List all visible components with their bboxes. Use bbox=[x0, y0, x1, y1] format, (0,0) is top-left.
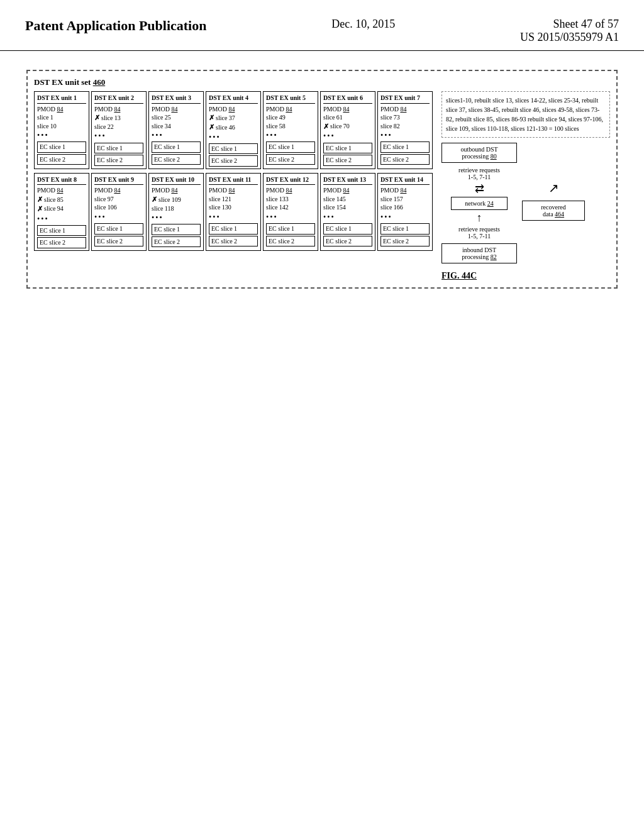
patent-number: US 2015/0355979 A1 bbox=[520, 31, 619, 44]
outbound-dst-box: outbound DSTprocessing 80 bbox=[441, 143, 517, 163]
dst-ex-unit-9: DST EX unit 9 PMOD 84 slice 97 slice 106… bbox=[91, 173, 147, 251]
retrieve-requests-label: retrieve requests1-5, 7-11 bbox=[458, 167, 500, 180]
top-units-row: DST EX unit 1 PMOD 84 slice 1 slice 10 •… bbox=[34, 91, 433, 169]
dst-ex-unit-2: DST EX unit 2 PMOD 84 ✗slice 13 slice 22… bbox=[91, 91, 147, 169]
network-box: network 24 bbox=[451, 197, 508, 210]
recovered-data-box: recovereddata 464 bbox=[522, 201, 585, 221]
bottom-units-row: DST EX unit 8 PMOD 84 ✗slice 85 ✗slice 9… bbox=[34, 173, 433, 251]
retrieve-arrows: retrieve requests1-5, 7-11 ⇄ network 24 … bbox=[451, 167, 508, 240]
dst-ex-unit-5: DST EX unit 5 PMOD 84 slice 49 slice 58 … bbox=[263, 91, 318, 169]
page-header: Patent Application Publication Dec. 10, … bbox=[0, 0, 644, 51]
dst-ex-unit-set-label: DST EX unit set 460 bbox=[34, 77, 610, 87]
dst-ex-unit-12: DST EX unit 12 PMOD 84 slice 133 slice 1… bbox=[263, 173, 318, 251]
inbound-dst-box: inbound DSTprocessing 82 bbox=[441, 243, 517, 263]
right-arrow-icon: ↗ bbox=[548, 180, 559, 196]
dst-ex-unit-13: DST EX unit 13 PMOD 84 slice 145 slice 1… bbox=[320, 173, 375, 251]
publication-title: Patent Application Publication bbox=[25, 18, 206, 34]
up-arrow-icon: ↑ bbox=[477, 211, 482, 224]
retrieve-requests-label-2: retrieve requests1-5, 7-11 bbox=[458, 226, 500, 240]
dst-ex-unit-4: DST EX unit 4 PMOD 84 ✗slice 37 ✗slice 4… bbox=[206, 91, 261, 169]
dst-ex-unit-10: DST EX unit 10 PMOD 84 ✗slice 109 slice … bbox=[148, 173, 204, 251]
main-content: DST EX unit set 460 DST EX unit 1 PMOD 8… bbox=[0, 51, 644, 307]
dst-ex-unit-1: DST EX unit 1 PMOD 84 slice 1 slice 10 •… bbox=[34, 91, 89, 169]
network-processing-col: outbound DSTprocessing 80 retrieve reque… bbox=[441, 143, 517, 263]
slices-annotation: slices1-10, rebuilt slice 13, slices 14-… bbox=[441, 91, 610, 138]
publication-date: Dec. 10, 2015 bbox=[331, 18, 395, 31]
dst-ex-unit-3: DST EX unit 3 PMOD 84 slice 25 slice 34 … bbox=[148, 91, 204, 169]
dst-ex-unit-7: DST EX unit 7 PMOD 84 slice 73 slice 82 … bbox=[377, 91, 433, 169]
dst-ex-unit-6: DST EX unit 6 PMOD 84 slice 61 ✗slice 70… bbox=[320, 91, 375, 169]
fig-label: FIG. 44C bbox=[441, 271, 610, 281]
right-section: slices1-10, rebuilt slice 13, slices 14-… bbox=[441, 91, 610, 281]
dst-ex-unit-14: DST EX unit 14 PMOD 84 slice 157 slice 1… bbox=[377, 173, 433, 251]
dst-ex-unit-11: DST EX unit 11 PMOD 84 slice 121 slice 1… bbox=[206, 173, 261, 251]
double-arrow-icon: ⇄ bbox=[475, 182, 484, 196]
outer-dashed-box: DST EX unit set 460 DST EX unit 1 PMOD 8… bbox=[26, 70, 618, 289]
processing-network-area: outbound DSTprocessing 80 retrieve reque… bbox=[441, 143, 610, 263]
sheet-info: Sheet 47 of 57 bbox=[553, 18, 619, 31]
recovered-data-col: ↗ recovereddata 464 bbox=[522, 143, 585, 221]
dst-ex-unit-8: DST EX unit 8 PMOD 84 ✗slice 85 ✗slice 9… bbox=[34, 173, 89, 251]
